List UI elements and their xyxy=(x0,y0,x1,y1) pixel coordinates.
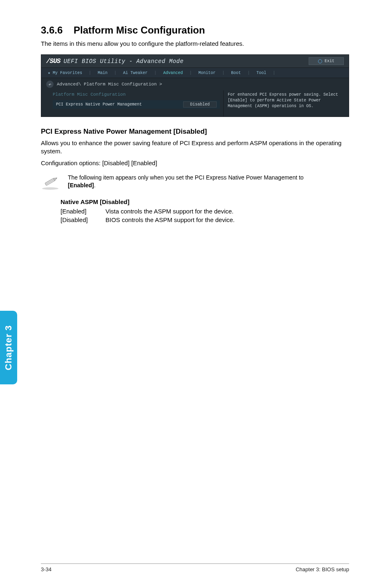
note-prefix: The following item appears only when you… xyxy=(68,174,304,181)
bios-breadcrumb: ↶ Advanced\ Platform Misc Configuration … xyxy=(41,78,349,90)
separator: | xyxy=(89,71,91,75)
setting-label: PCI Express Native Power Management xyxy=(56,102,142,107)
menu-tweaker[interactable]: Ai Tweaker xyxy=(123,71,148,75)
subheading: PCI Express Native Power Management [Dis… xyxy=(41,128,349,136)
menu-main[interactable]: Main xyxy=(98,71,108,75)
note-suffix: . xyxy=(94,182,96,189)
bios-setting-row[interactable]: PCI Express Native Power Management Disa… xyxy=(53,100,220,109)
back-arrow-icon[interactable]: ↶ xyxy=(46,81,54,88)
native-aspm-section: Native ASPM [Disabled] [Enabled] Vista c… xyxy=(41,198,349,223)
heading-title: Platform Misc Configuration xyxy=(74,25,205,36)
separator: | xyxy=(189,71,192,75)
separator: | xyxy=(273,71,275,75)
svg-point-0 xyxy=(42,187,58,190)
bios-screenshot: /SUS UEFI BIOS Utility - Advanced Mode E… xyxy=(41,54,349,117)
separator: | xyxy=(154,71,157,75)
intro-text: The items in this menu allow you to conf… xyxy=(41,40,349,47)
exit-label: Exit xyxy=(325,59,334,63)
chapter-tab: Chapter 3 xyxy=(0,311,17,384)
bios-help-panel: For enhanced PCI Express power saving. S… xyxy=(223,90,349,117)
power-icon xyxy=(318,59,322,63)
footer-right: Chapter 3: BIOS setup xyxy=(296,566,349,572)
bios-titlebar: /SUS UEFI BIOS Utility - Advanced Mode E… xyxy=(41,55,349,68)
separator: | xyxy=(247,71,250,75)
setting-value[interactable]: Disabled xyxy=(183,101,217,108)
breadcrumb-text: Advanced\ Platform Misc Configuration > xyxy=(57,82,162,87)
chapter-tab-label: Chapter 3 xyxy=(3,325,14,370)
def-row-enabled: [Enabled] Vista controls the ASPM suppor… xyxy=(61,208,349,215)
def-val-disabled: BIOS controls the ASPM support for the d… xyxy=(105,216,235,223)
def-key-enabled: [Enabled] xyxy=(61,208,105,215)
sub-description: Allows you to enhance the power saving f… xyxy=(41,139,349,156)
bios-help-text: For enhanced PCI Express power saving. S… xyxy=(228,92,343,109)
native-aspm-heading: Native ASPM [Disabled] xyxy=(61,198,349,205)
separator: | xyxy=(114,71,117,75)
section-heading: 3.6.6 Platform Misc Configuration xyxy=(41,25,349,36)
pencil-icon xyxy=(41,174,60,190)
footer: 3-34 Chapter 3: BIOS setup xyxy=(41,563,349,572)
bios-menubar: ★ My Favorites| Main| Ai Tweaker| Advanc… xyxy=(41,68,349,78)
note-text: The following item appears only when you… xyxy=(68,174,321,190)
menu-tool[interactable]: Tool xyxy=(256,71,266,75)
asus-logo: /SUS xyxy=(46,58,60,65)
config-options: Configuration options: [Disabled] [Enabl… xyxy=(41,159,349,167)
heading-number: 3.6.6 xyxy=(41,25,63,36)
menu-advanced[interactable]: Advanced xyxy=(163,71,183,75)
footer-left: 3-34 xyxy=(41,566,52,572)
menu-monitor[interactable]: Monitor xyxy=(198,71,215,75)
bios-title-left: /SUS UEFI BIOS Utility - Advanced Mode xyxy=(46,58,184,65)
bios-body: Platform Misc Configuration PCI Express … xyxy=(41,90,349,117)
note-row: The following item appears only when you… xyxy=(41,174,349,190)
separator: | xyxy=(222,71,224,75)
note-bold: [Enabled] xyxy=(68,182,94,189)
def-val-enabled: Vista controls the ASPM support for the … xyxy=(105,208,233,215)
def-key-disabled: [Disabled] xyxy=(61,216,105,223)
menu-favorites[interactable]: ★ My Favorites xyxy=(48,70,82,75)
bios-left-panel: Platform Misc Configuration PCI Express … xyxy=(41,90,223,117)
bios-panel-title: Platform Misc Configuration xyxy=(53,92,220,97)
exit-button[interactable]: Exit xyxy=(309,57,344,65)
def-row-disabled: [Disabled] BIOS controls the ASPM suppor… xyxy=(61,216,349,223)
menu-boot[interactable]: Boot xyxy=(231,71,241,75)
bios-title-text: UEFI BIOS Utility - Advanced Mode xyxy=(63,58,184,65)
